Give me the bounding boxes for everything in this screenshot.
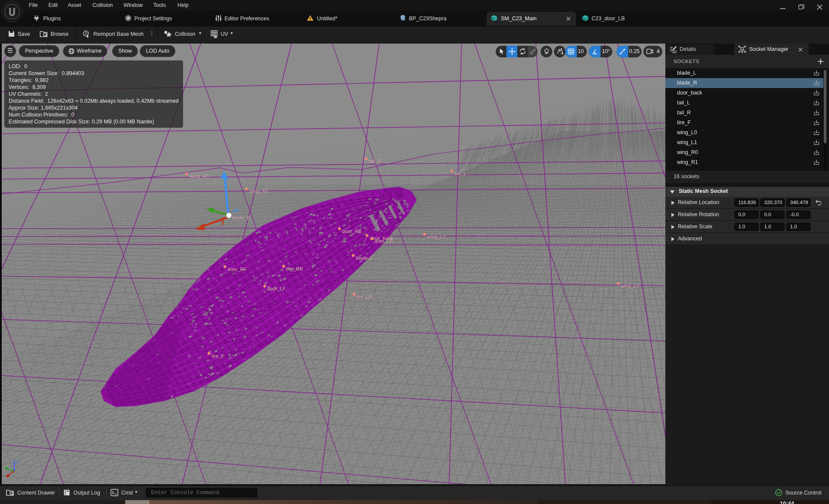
svg-text:tail_R: tail_R	[369, 159, 382, 164]
svg-text:door_LF: door_LF	[267, 286, 286, 291]
svg-text:tire_F: tire_F	[212, 353, 224, 359]
svg-text:door_LB: door_LB	[374, 239, 393, 244]
svg-text:tail_L: tail_L	[455, 171, 467, 176]
svg-text:tire_LR: tire_LR	[357, 294, 373, 299]
svg-text:door_RB: door_RB	[342, 229, 362, 234]
svg-text:wing_L0: wing_L0	[620, 284, 639, 289]
svg-text:blade_R: blade_R	[232, 215, 251, 220]
svg-text:door_RF: door_RF	[228, 267, 247, 272]
svg-text:tire_RR: tire_RR	[286, 266, 303, 271]
svg-text:wing_L1: wing_L1	[427, 234, 446, 239]
svg-text:wing_R1: wing_R1	[249, 189, 269, 194]
svg-text:blade_L: blade_L	[356, 255, 374, 261]
svg-text:z: z	[17, 459, 19, 463]
svg-text:wing_R0: wing_R0	[190, 174, 209, 179]
